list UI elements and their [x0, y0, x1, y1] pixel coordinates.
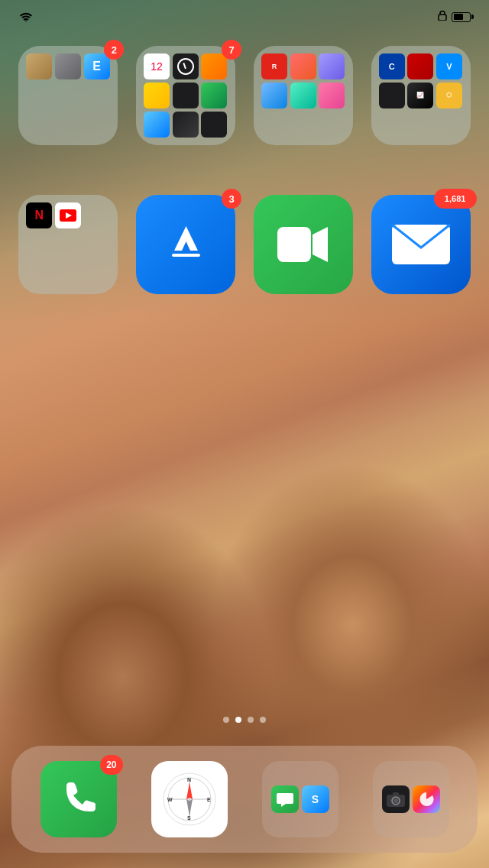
folder-games-icon: R [254, 46, 353, 145]
app-mail-icon [371, 195, 471, 294]
app-row-1: 2 E 7 12 [0, 46, 489, 150]
dock-folder-1-icon: S [262, 761, 338, 837]
badge-mail: 1,681 [434, 189, 477, 209]
folder-finance[interactable]: C V 📈 ⬡ [364, 46, 478, 150]
lock-icon [438, 10, 447, 24]
badge-utilities: 7 [222, 40, 241, 60]
svg-text:S: S [187, 815, 191, 821]
badge-phone: 20 [100, 755, 122, 775]
folder-bootleg[interactable]: 2 E [11, 46, 125, 150]
svg-marker-6 [313, 227, 328, 262]
svg-rect-22 [393, 792, 399, 795]
page-dot-4[interactable] [260, 717, 266, 723]
dock: 20 N S [11, 746, 478, 853]
page-dot-1[interactable] [223, 717, 229, 723]
status-right [438, 10, 474, 24]
dock-safari-icon: N S E W [151, 761, 228, 837]
svg-point-21 [393, 798, 398, 803]
dock-folder-messages[interactable]: S [262, 761, 338, 837]
app-row-2: N 3 [0, 195, 489, 299]
status-bar [0, 0, 489, 34]
svg-text:W: W [167, 797, 173, 802]
svg-text:E: E [207, 797, 211, 802]
folder-games[interactable]: R [247, 46, 361, 150]
app-mail[interactable]: 1,681 [364, 195, 478, 299]
folder-utilities-icon: 12 [136, 46, 235, 145]
svg-text:N: N [187, 777, 191, 782]
svg-rect-4 [172, 254, 200, 257]
wifi-icon [20, 11, 32, 24]
folder-finance-icon: C V 📈 ⬡ [371, 46, 471, 145]
svg-rect-5 [277, 227, 311, 262]
app-facetime[interactable] [247, 195, 361, 299]
dock-folder-camera[interactable] [373, 761, 449, 837]
folder-entertainment[interactable]: N [11, 195, 125, 299]
folder-utilities[interactable]: 7 12 [129, 46, 243, 150]
app-facetime-icon [254, 195, 353, 294]
dock-safari[interactable]: N S E W [151, 761, 228, 837]
page-dot-2[interactable] [235, 717, 241, 723]
svg-rect-1 [439, 15, 446, 21]
folder-entertainment-icon: N [18, 195, 118, 294]
svg-point-0 [25, 20, 27, 21]
app-appstore[interactable]: 3 [129, 195, 243, 299]
dock-phone[interactable]: 20 [40, 761, 117, 837]
badge-appstore: 3 [222, 189, 241, 209]
app-appstore-icon [136, 195, 235, 294]
folder-bootleg-icon: E [18, 46, 118, 145]
page-dot-3[interactable] [248, 717, 254, 723]
page-dots [0, 717, 489, 723]
battery-icon [452, 12, 474, 22]
badge-bootleg: 2 [104, 40, 124, 60]
status-left [15, 11, 32, 24]
dock-folder-2-icon [373, 761, 449, 837]
